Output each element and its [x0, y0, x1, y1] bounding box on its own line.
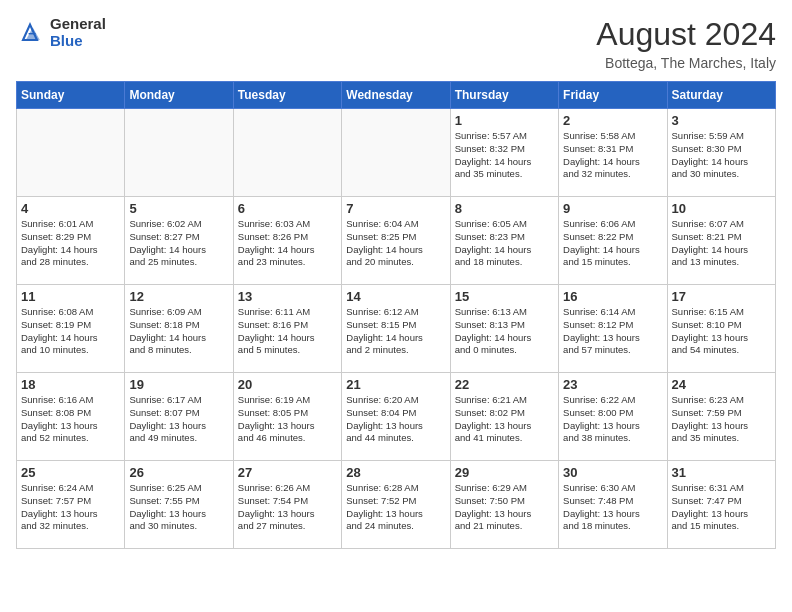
day-number: 23: [563, 377, 662, 392]
calendar-cell: [342, 109, 450, 197]
calendar-cell: [233, 109, 341, 197]
day-info: Sunrise: 6:26 AM Sunset: 7:54 PM Dayligh…: [238, 482, 337, 533]
calendar-header-thursday: Thursday: [450, 82, 558, 109]
day-info: Sunrise: 6:20 AM Sunset: 8:04 PM Dayligh…: [346, 394, 445, 445]
calendar-header-row: SundayMondayTuesdayWednesdayThursdayFrid…: [17, 82, 776, 109]
calendar-cell: 13Sunrise: 6:11 AM Sunset: 8:16 PM Dayli…: [233, 285, 341, 373]
day-number: 8: [455, 201, 554, 216]
calendar-cell: 1Sunrise: 5:57 AM Sunset: 8:32 PM Daylig…: [450, 109, 558, 197]
day-number: 21: [346, 377, 445, 392]
day-number: 2: [563, 113, 662, 128]
calendar-cell: 16Sunrise: 6:14 AM Sunset: 8:12 PM Dayli…: [559, 285, 667, 373]
day-info: Sunrise: 6:14 AM Sunset: 8:12 PM Dayligh…: [563, 306, 662, 357]
day-number: 22: [455, 377, 554, 392]
day-number: 24: [672, 377, 771, 392]
day-number: 6: [238, 201, 337, 216]
day-info: Sunrise: 6:19 AM Sunset: 8:05 PM Dayligh…: [238, 394, 337, 445]
calendar-cell: 23Sunrise: 6:22 AM Sunset: 8:00 PM Dayli…: [559, 373, 667, 461]
calendar-week-row: 18Sunrise: 6:16 AM Sunset: 8:08 PM Dayli…: [17, 373, 776, 461]
calendar-cell: 27Sunrise: 6:26 AM Sunset: 7:54 PM Dayli…: [233, 461, 341, 549]
calendar-cell: 18Sunrise: 6:16 AM Sunset: 8:08 PM Dayli…: [17, 373, 125, 461]
calendar-cell: 25Sunrise: 6:24 AM Sunset: 7:57 PM Dayli…: [17, 461, 125, 549]
day-number: 4: [21, 201, 120, 216]
day-number: 15: [455, 289, 554, 304]
day-number: 7: [346, 201, 445, 216]
day-number: 17: [672, 289, 771, 304]
day-info: Sunrise: 5:58 AM Sunset: 8:31 PM Dayligh…: [563, 130, 662, 181]
day-number: 16: [563, 289, 662, 304]
day-number: 27: [238, 465, 337, 480]
svg-rect-2: [29, 33, 36, 34]
calendar-cell: 7Sunrise: 6:04 AM Sunset: 8:25 PM Daylig…: [342, 197, 450, 285]
day-number: 29: [455, 465, 554, 480]
day-info: Sunrise: 6:29 AM Sunset: 7:50 PM Dayligh…: [455, 482, 554, 533]
day-info: Sunrise: 6:13 AM Sunset: 8:13 PM Dayligh…: [455, 306, 554, 357]
day-info: Sunrise: 5:59 AM Sunset: 8:30 PM Dayligh…: [672, 130, 771, 181]
day-number: 28: [346, 465, 445, 480]
day-number: 20: [238, 377, 337, 392]
calendar-cell: 21Sunrise: 6:20 AM Sunset: 8:04 PM Dayli…: [342, 373, 450, 461]
calendar-week-row: 11Sunrise: 6:08 AM Sunset: 8:19 PM Dayli…: [17, 285, 776, 373]
calendar-cell: 14Sunrise: 6:12 AM Sunset: 8:15 PM Dayli…: [342, 285, 450, 373]
calendar-cell: 9Sunrise: 6:06 AM Sunset: 8:22 PM Daylig…: [559, 197, 667, 285]
calendar-cell: 26Sunrise: 6:25 AM Sunset: 7:55 PM Dayli…: [125, 461, 233, 549]
calendar-header-friday: Friday: [559, 82, 667, 109]
day-number: 30: [563, 465, 662, 480]
calendar-cell: [17, 109, 125, 197]
day-info: Sunrise: 6:28 AM Sunset: 7:52 PM Dayligh…: [346, 482, 445, 533]
day-info: Sunrise: 6:04 AM Sunset: 8:25 PM Dayligh…: [346, 218, 445, 269]
day-info: Sunrise: 6:22 AM Sunset: 8:00 PM Dayligh…: [563, 394, 662, 445]
month-year-title: August 2024: [596, 16, 776, 53]
calendar-cell: 5Sunrise: 6:02 AM Sunset: 8:27 PM Daylig…: [125, 197, 233, 285]
day-info: Sunrise: 6:08 AM Sunset: 8:19 PM Dayligh…: [21, 306, 120, 357]
day-number: 10: [672, 201, 771, 216]
day-number: 26: [129, 465, 228, 480]
calendar-header-tuesday: Tuesday: [233, 82, 341, 109]
header: General Blue August 2024 Bottega, The Ma…: [16, 16, 776, 71]
calendar-cell: 15Sunrise: 6:13 AM Sunset: 8:13 PM Dayli…: [450, 285, 558, 373]
day-info: Sunrise: 6:06 AM Sunset: 8:22 PM Dayligh…: [563, 218, 662, 269]
day-info: Sunrise: 6:01 AM Sunset: 8:29 PM Dayligh…: [21, 218, 120, 269]
day-info: Sunrise: 6:15 AM Sunset: 8:10 PM Dayligh…: [672, 306, 771, 357]
calendar-cell: 19Sunrise: 6:17 AM Sunset: 8:07 PM Dayli…: [125, 373, 233, 461]
day-number: 25: [21, 465, 120, 480]
day-info: Sunrise: 6:02 AM Sunset: 8:27 PM Dayligh…: [129, 218, 228, 269]
calendar-cell: 11Sunrise: 6:08 AM Sunset: 8:19 PM Dayli…: [17, 285, 125, 373]
day-info: Sunrise: 6:30 AM Sunset: 7:48 PM Dayligh…: [563, 482, 662, 533]
day-info: Sunrise: 6:05 AM Sunset: 8:23 PM Dayligh…: [455, 218, 554, 269]
calendar-cell: 12Sunrise: 6:09 AM Sunset: 8:18 PM Dayli…: [125, 285, 233, 373]
day-number: 3: [672, 113, 771, 128]
title-area: August 2024 Bottega, The Marches, Italy: [596, 16, 776, 71]
calendar-header-monday: Monday: [125, 82, 233, 109]
day-info: Sunrise: 6:17 AM Sunset: 8:07 PM Dayligh…: [129, 394, 228, 445]
day-number: 5: [129, 201, 228, 216]
day-number: 13: [238, 289, 337, 304]
calendar-cell: 30Sunrise: 6:30 AM Sunset: 7:48 PM Dayli…: [559, 461, 667, 549]
location-subtitle: Bottega, The Marches, Italy: [596, 55, 776, 71]
calendar-cell: 17Sunrise: 6:15 AM Sunset: 8:10 PM Dayli…: [667, 285, 775, 373]
calendar-cell: 31Sunrise: 6:31 AM Sunset: 7:47 PM Dayli…: [667, 461, 775, 549]
calendar-cell: 22Sunrise: 6:21 AM Sunset: 8:02 PM Dayli…: [450, 373, 558, 461]
day-info: Sunrise: 6:11 AM Sunset: 8:16 PM Dayligh…: [238, 306, 337, 357]
calendar-cell: 8Sunrise: 6:05 AM Sunset: 8:23 PM Daylig…: [450, 197, 558, 285]
day-number: 18: [21, 377, 120, 392]
day-info: Sunrise: 6:03 AM Sunset: 8:26 PM Dayligh…: [238, 218, 337, 269]
day-number: 31: [672, 465, 771, 480]
logo-general-text: General: [50, 16, 106, 33]
calendar-week-row: 25Sunrise: 6:24 AM Sunset: 7:57 PM Dayli…: [17, 461, 776, 549]
day-info: Sunrise: 6:25 AM Sunset: 7:55 PM Dayligh…: [129, 482, 228, 533]
day-info: Sunrise: 5:57 AM Sunset: 8:32 PM Dayligh…: [455, 130, 554, 181]
calendar-header-saturday: Saturday: [667, 82, 775, 109]
day-number: 9: [563, 201, 662, 216]
calendar-cell: 24Sunrise: 6:23 AM Sunset: 7:59 PM Dayli…: [667, 373, 775, 461]
day-info: Sunrise: 6:23 AM Sunset: 7:59 PM Dayligh…: [672, 394, 771, 445]
calendar-cell: 4Sunrise: 6:01 AM Sunset: 8:29 PM Daylig…: [17, 197, 125, 285]
day-info: Sunrise: 6:12 AM Sunset: 8:15 PM Dayligh…: [346, 306, 445, 357]
calendar-cell: 2Sunrise: 5:58 AM Sunset: 8:31 PM Daylig…: [559, 109, 667, 197]
calendar-cell: 6Sunrise: 6:03 AM Sunset: 8:26 PM Daylig…: [233, 197, 341, 285]
calendar-header-wednesday: Wednesday: [342, 82, 450, 109]
calendar-cell: 3Sunrise: 5:59 AM Sunset: 8:30 PM Daylig…: [667, 109, 775, 197]
calendar-cell: 20Sunrise: 6:19 AM Sunset: 8:05 PM Dayli…: [233, 373, 341, 461]
logo: General Blue: [16, 16, 106, 49]
day-info: Sunrise: 6:24 AM Sunset: 7:57 PM Dayligh…: [21, 482, 120, 533]
